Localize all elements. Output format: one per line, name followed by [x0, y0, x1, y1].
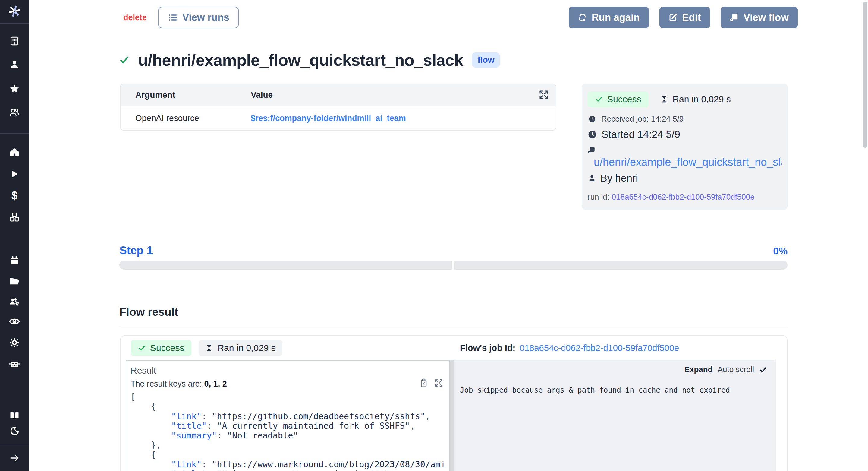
panel-splitter-handle[interactable] — [450, 360, 454, 471]
argument-value-link[interactable]: $res:f/company-folder/windmill_ai_team — [251, 114, 556, 123]
run-id-link[interactable]: 018a654c-d062-fbb2-d100-59fa70df500e — [612, 193, 755, 201]
sidebar-item-schedules[interactable] — [8, 255, 21, 266]
log-panel: Expand Auto scroll Job skipped because a… — [454, 360, 776, 471]
windmill-logo-icon — [8, 4, 21, 18]
run-info-panel: Success Ran in 0,029 s Received job: 14:… — [582, 84, 788, 210]
view-flow-label: View flow — [744, 12, 789, 23]
delete-button[interactable]: delete — [123, 13, 147, 22]
received-job-row: Received job: 14:24 5/9 — [588, 114, 782, 124]
run-duration-badge: Ran in 0,029 s — [198, 340, 282, 356]
flow-icon-row — [588, 146, 782, 154]
result-json-code[interactable]: [ { "link": "https://github.com/deadbeef… — [130, 392, 449, 471]
title-row: u/henri/example_flow_quickstart_no_slack… — [119, 51, 500, 69]
sidebar-item-resources[interactable] — [8, 211, 21, 223]
sidebar-item-settings[interactable] — [8, 337, 21, 348]
sidebar-divider — [0, 444, 29, 444]
step-label[interactable]: Step 1 — [119, 244, 153, 257]
flow-scroll-icon — [588, 146, 595, 154]
sidebar-item-home[interactable] — [8, 147, 21, 158]
flow-result-card: Success Ran in 0,029 s Flow's job Id: 01… — [120, 335, 787, 471]
calendar-icon — [9, 256, 20, 266]
arrow-right-icon — [9, 453, 20, 463]
open-book-icon — [9, 410, 20, 421]
view-runs-label: View runs — [182, 12, 229, 23]
star-icon — [9, 84, 20, 94]
check-icon — [595, 95, 603, 103]
table-row: OpenAI resource $res:f/company-folder/wi… — [121, 107, 556, 130]
sidebar-item-folders[interactable] — [8, 275, 21, 287]
result-keys-line: The result keys are: 0, 1, 2 — [130, 379, 449, 389]
sidebar-item-docs[interactable] — [8, 410, 21, 421]
person-icon — [588, 174, 596, 182]
dollar-icon: $ — [11, 190, 18, 201]
log-autoscroll-toggle[interactable]: Auto scroll — [718, 365, 754, 374]
page-title: u/henri/example_flow_quickstart_no_slack — [138, 51, 463, 69]
arguments-table-header: Argument Value — [121, 84, 556, 107]
status-badge: Success — [131, 340, 191, 356]
result-keys: 0, 1, 2 — [204, 379, 227, 388]
divider — [119, 326, 787, 326]
windmill-logo-icon[interactable] — [8, 5, 21, 17]
sidebar-expand-button[interactable] — [8, 452, 21, 464]
check-icon — [138, 344, 146, 352]
progress-bar — [119, 261, 787, 270]
sidebar-item-user[interactable] — [8, 59, 21, 70]
user-group-icon — [9, 107, 20, 118]
run-duration: Ran in 0,029 s — [660, 94, 731, 104]
log-controls: Expand Auto scroll — [684, 365, 767, 374]
column-argument: Argument — [121, 90, 251, 100]
gear-icon — [9, 337, 20, 348]
flow-scroll-icon — [730, 13, 739, 22]
view-runs-button[interactable]: View runs — [158, 7, 239, 28]
building-icon — [9, 36, 20, 46]
expand-icon[interactable] — [434, 378, 444, 388]
result-card-header: Success Ran in 0,029 s Flow's job Id: 01… — [121, 336, 787, 360]
log-expand-button[interactable]: Expand — [684, 365, 713, 374]
sidebar-item-workers[interactable] — [8, 358, 21, 370]
progress-segment-2 — [454, 261, 787, 270]
clock-icon — [588, 115, 596, 123]
result-panel-toolbar — [419, 378, 444, 388]
home-icon — [9, 147, 20, 157]
view-flow-button[interactable]: View flow — [721, 7, 798, 28]
user-icon — [9, 59, 20, 70]
sidebar-item-favorites[interactable] — [8, 83, 21, 94]
run-id-label: run id: — [588, 193, 610, 201]
progress-percent: 0% — [773, 245, 787, 257]
page-scrollbar-thumb[interactable] — [863, 2, 867, 148]
sidebar-item-workspace[interactable] — [8, 35, 21, 47]
step-row: Step 1 0% — [119, 244, 787, 257]
table-expand-icon[interactable] — [538, 89, 549, 100]
toolbar-left: delete View runs — [123, 7, 239, 28]
clock-icon — [588, 130, 597, 139]
run-id-row: run id: 018a654c-d062-fbb2-d100-59fa70df… — [588, 193, 782, 202]
run-again-button[interactable]: Run again — [569, 7, 649, 28]
flow-job-id-link[interactable]: 018a654c-d062-fbb2-d100-59fa70df500e — [520, 343, 679, 353]
copy-icon[interactable] — [419, 378, 429, 388]
status-row: Success Ran in 0,029 s — [588, 91, 782, 107]
status-badge: Success — [588, 91, 648, 107]
edit-button[interactable]: Edit — [659, 7, 710, 28]
sidebar-item-groups[interactable] — [8, 296, 21, 307]
toolbar-right: Run again Edit View flow — [569, 7, 798, 28]
result-card-body: Result The result keys are: 0, 1, 2 — [126, 360, 782, 471]
check-icon[interactable] — [759, 365, 767, 374]
robot-icon — [9, 358, 20, 370]
column-value: Value — [251, 90, 556, 100]
result-json-panel: Result The result keys are: 0, 1, 2 — [126, 360, 450, 471]
sidebar-item-runs[interactable] — [8, 168, 21, 180]
sidebar-item-variables[interactable]: $ — [8, 190, 21, 201]
flow-result-heading: Flow result — [119, 306, 178, 318]
started-row: Started 14:24 5/9 — [588, 128, 782, 140]
flow-path-link[interactable]: u/henri/example_flow_quickstart_no_slack — [588, 156, 782, 169]
sidebar-item-audit-logs[interactable] — [8, 316, 21, 327]
eye-icon — [9, 316, 20, 327]
refresh-icon — [578, 13, 587, 22]
created-by-row: By henri — [588, 172, 782, 184]
edit-icon — [669, 13, 678, 22]
sidebar-item-users[interactable] — [8, 107, 21, 118]
progress-segment-1 — [119, 261, 453, 270]
sidebar-item-dark-mode[interactable] — [8, 425, 21, 437]
sidebar-divider — [0, 23, 29, 24]
log-text: Job skipped because args & path found in… — [460, 386, 776, 394]
